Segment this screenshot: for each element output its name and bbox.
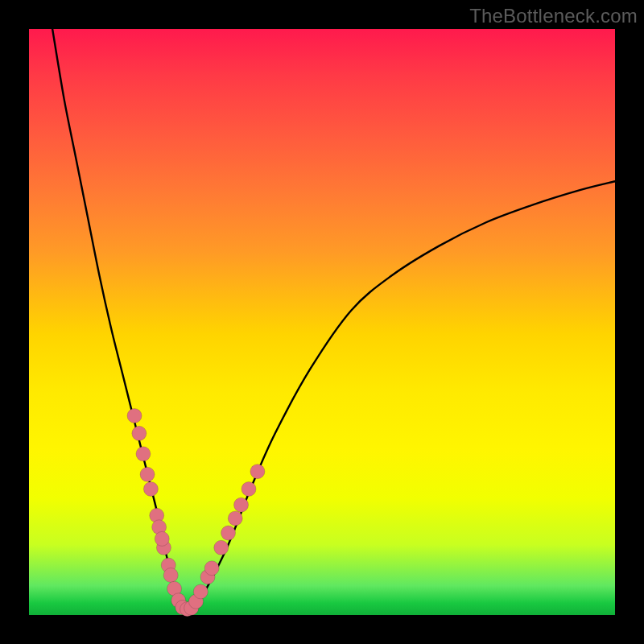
chart-svg — [29, 29, 615, 615]
bottleneck-curve — [52, 29, 615, 611]
data-marker — [143, 481, 158, 496]
data-marker — [214, 540, 229, 555]
data-marker — [250, 464, 265, 479]
plot-area — [29, 29, 615, 615]
chart-canvas: TheBottleneck.com — [0, 0, 644, 644]
data-marker — [234, 497, 249, 512]
data-marker — [193, 584, 208, 599]
data-marker — [242, 481, 256, 496]
markers-group — [127, 408, 265, 616]
watermark-text: TheBottleneck.com — [469, 5, 638, 27]
data-marker — [221, 526, 236, 540]
data-marker — [204, 561, 219, 576]
data-marker — [228, 511, 242, 526]
data-marker — [140, 467, 155, 481]
data-marker — [163, 568, 178, 583]
data-marker — [132, 426, 147, 440]
data-marker — [136, 447, 151, 461]
data-marker — [155, 531, 169, 546]
data-marker — [127, 408, 142, 423]
